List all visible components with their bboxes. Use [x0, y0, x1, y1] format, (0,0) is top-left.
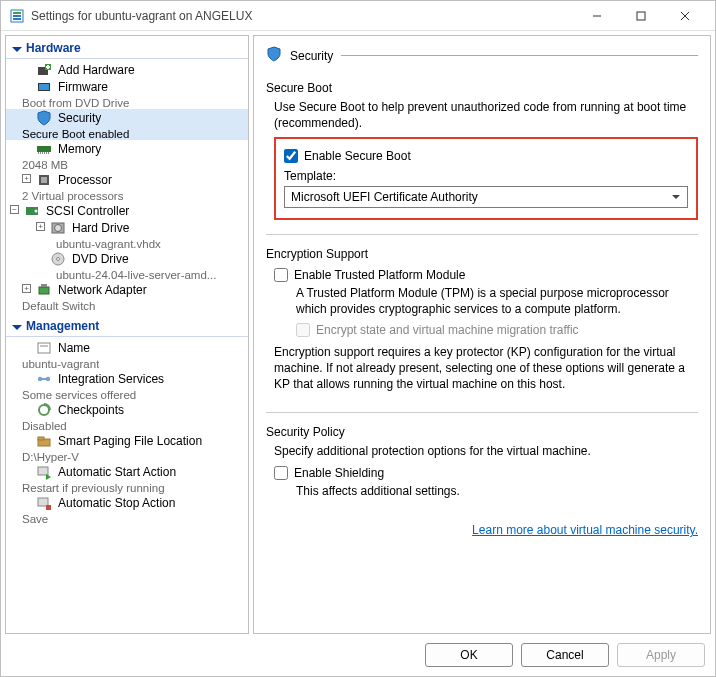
shielding-desc: This affects additional settings.: [296, 484, 698, 500]
close-button[interactable]: [663, 1, 707, 31]
expand-icon[interactable]: +: [36, 222, 48, 234]
ok-button[interactable]: OK: [425, 643, 513, 667]
svg-rect-12: [46, 66, 50, 68]
enable-shielding-row[interactable]: Enable Shielding: [274, 466, 698, 480]
auto-stop-icon: [36, 495, 52, 511]
tree-hard-drive[interactable]: + Hard Drive: [6, 219, 248, 236]
divider: [341, 55, 698, 56]
svg-rect-21: [48, 152, 49, 154]
tree-integration[interactable]: Integration Services: [6, 370, 248, 387]
expand-icon[interactable]: +: [22, 174, 34, 186]
encrypt-state-label: Encrypt state and virtual machine migrat…: [316, 323, 579, 337]
tree-auto-start-sub: Restart if previously running: [6, 480, 248, 494]
encrypt-state-row: Encrypt state and virtual machine migrat…: [296, 323, 698, 337]
tree-smart-paging[interactable]: Smart Paging File Location: [6, 432, 248, 449]
tpm-desc: A Trusted Platform Module (TPM) is a spe…: [296, 286, 698, 317]
policy-desc: Specify additional protection options fo…: [274, 444, 698, 460]
minimize-button[interactable]: [575, 1, 619, 31]
tree-checkpoints[interactable]: Checkpoints: [6, 401, 248, 418]
enable-shielding-checkbox[interactable]: [274, 466, 288, 480]
cancel-button[interactable]: Cancel: [521, 643, 609, 667]
tree-name[interactable]: Name: [6, 339, 248, 356]
enable-secure-boot-checkbox[interactable]: [284, 149, 298, 163]
template-label: Template:: [284, 169, 688, 183]
svg-rect-43: [38, 498, 48, 506]
settings-icon: [9, 8, 25, 24]
tree-dvd-drive[interactable]: DVD Drive: [6, 250, 248, 267]
svg-marker-32: [12, 325, 22, 330]
settings-tree: Hardware Add Hardware Firmware Boot from…: [5, 35, 249, 634]
svg-rect-41: [38, 467, 48, 475]
enable-shielding-label: Enable Shielding: [294, 466, 384, 480]
svg-rect-2: [13, 15, 21, 17]
tree-integration-sub: Some services offered: [6, 387, 248, 401]
pane-title-row: Security: [266, 46, 698, 65]
expand-icon[interactable]: +: [22, 284, 34, 296]
svg-point-27: [55, 225, 62, 232]
firmware-icon: [36, 79, 52, 95]
secure-boot-desc: Use Secure Boot to help prevent unauthor…: [274, 100, 698, 131]
svg-point-38: [39, 405, 49, 415]
tree-auto-stop[interactable]: Automatic Stop Action: [6, 494, 248, 511]
svg-rect-40: [38, 437, 44, 440]
svg-marker-8: [12, 47, 22, 52]
memory-icon: [36, 141, 52, 157]
svg-rect-31: [41, 284, 47, 287]
tree-auto-start[interactable]: Automatic Start Action: [6, 463, 248, 480]
enable-tpm-label: Enable Trusted Platform Module: [294, 268, 465, 282]
section-management[interactable]: Management: [6, 314, 248, 337]
tree-network[interactable]: + Network Adapter: [6, 281, 248, 298]
tree-scsi[interactable]: − SCSI Controller: [6, 202, 248, 219]
collapse-icon[interactable]: −: [10, 205, 22, 217]
learn-more-link[interactable]: Learn more about virtual machine securit…: [472, 523, 698, 537]
enable-tpm-row[interactable]: Enable Trusted Platform Module: [274, 268, 698, 282]
template-dropdown[interactable]: Microsoft UEFI Certificate Authority: [284, 186, 688, 208]
tree-checkpoints-sub: Disabled: [6, 418, 248, 432]
divider: [266, 234, 698, 235]
smart-paging-icon: [36, 433, 52, 449]
apply-button: Apply: [617, 643, 705, 667]
enable-secure-boot-label: Enable Secure Boot: [304, 149, 411, 163]
collapse-icon: [12, 321, 22, 331]
svg-rect-23: [41, 177, 47, 183]
name-icon: [36, 340, 52, 356]
svg-rect-20: [46, 152, 47, 154]
enable-secure-boot-row[interactable]: Enable Secure Boot: [284, 149, 688, 163]
svg-rect-44: [46, 505, 51, 510]
group-encryption: Encryption Support: [266, 247, 698, 261]
section-hardware[interactable]: Hardware: [6, 36, 248, 59]
tree-add-hardware[interactable]: Add Hardware: [6, 61, 248, 78]
tree-network-sub: Default Switch: [6, 298, 248, 312]
group-policy: Security Policy: [266, 425, 698, 439]
tree-security[interactable]: Security: [6, 109, 248, 126]
add-hardware-icon: [36, 62, 52, 78]
shield-icon: [36, 110, 52, 126]
tree-processor[interactable]: + Processor: [6, 171, 248, 188]
maximize-button[interactable]: [619, 1, 663, 31]
tree-firmware[interactable]: Firmware: [6, 78, 248, 95]
group-secure-boot: Secure Boot: [266, 81, 698, 95]
shield-icon: [266, 46, 282, 65]
hard-drive-icon: [50, 220, 66, 236]
svg-rect-19: [44, 152, 45, 154]
svg-rect-30: [39, 287, 49, 294]
tree-processor-sub: 2 Virtual processors: [6, 188, 248, 202]
dialog-footer: OK Cancel Apply: [1, 634, 715, 676]
tree-name-sub: ubuntu-vagrant: [6, 356, 248, 370]
highlight-box: Enable Secure Boot Template: Microsoft U…: [274, 137, 698, 220]
scsi-icon: [24, 203, 40, 219]
settings-pane: Security Secure Boot Use Secure Boot to …: [253, 35, 711, 634]
encrypt-state-checkbox: [296, 323, 310, 337]
tree-auto-stop-sub: Save: [6, 511, 248, 525]
kp-desc: Encryption support requires a key protec…: [274, 345, 698, 392]
tree-memory[interactable]: Memory: [6, 140, 248, 157]
svg-rect-37: [41, 378, 47, 380]
svg-rect-17: [40, 152, 41, 154]
svg-rect-33: [38, 343, 50, 353]
enable-tpm-checkbox[interactable]: [274, 268, 288, 282]
collapse-icon: [12, 43, 22, 53]
divider: [266, 412, 698, 413]
tree-dvd-drive-sub: ubuntu-24.04-live-server-amd...: [6, 267, 248, 281]
svg-rect-16: [38, 152, 39, 154]
svg-point-29: [57, 258, 60, 261]
